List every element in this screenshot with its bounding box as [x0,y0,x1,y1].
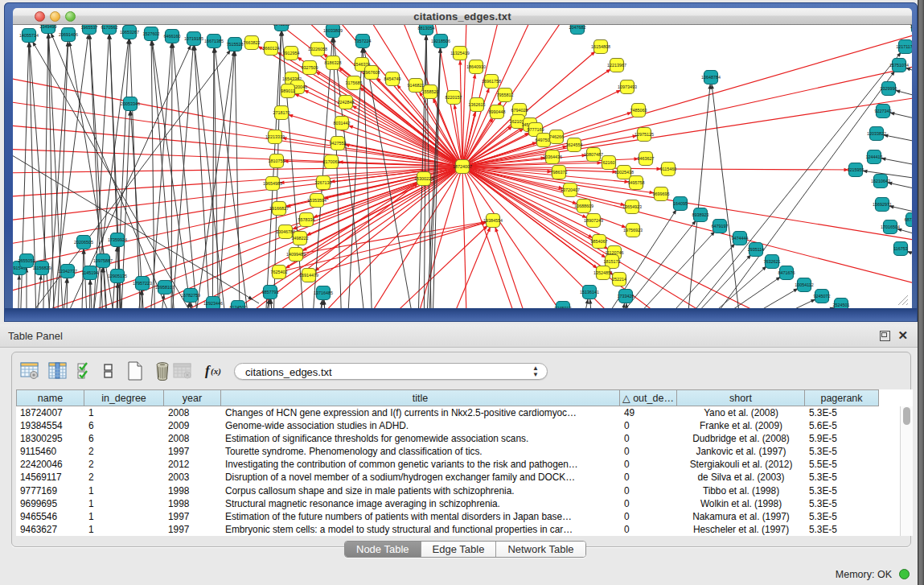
graph-node[interactable]: 6466160 [164,30,181,43]
graph-node[interactable]: 1527602 [143,27,160,41]
graph-node[interactable]: 2935114 [748,243,765,257]
graph-node[interactable]: 14099489 [286,248,306,262]
graph-node[interactable]: 7357224 [355,35,372,48]
graph-node[interactable]: 7955812 [497,89,514,102]
new-column-icon[interactable] [126,361,144,384]
graph-node[interactable]: 16033809 [323,25,343,38]
graph-node[interactable]: 8031442 [334,117,351,130]
table-row[interactable]: 2242004622012Investigating the contribut… [16,458,879,471]
graph-node[interactable]: 9854067 [591,235,608,249]
graph-node[interactable]: 8471676 [778,266,795,280]
rows-icon[interactable] [104,361,113,384]
graph-node[interactable]: 2718170 [273,106,290,120]
graph-node[interactable]: 1217711 [910,25,912,34]
graph-node[interactable]: 7986372 [551,166,568,179]
graph-node[interactable]: 3175685 [346,76,363,90]
function-builder-icon[interactable]: f(x) [204,361,225,384]
graph-node[interactable]: 9041233 [273,25,290,31]
graph-node[interactable]: 15353594 [307,194,326,208]
graph-node[interactable]: 19756923 [623,224,643,237]
graph-node[interactable]: 19218506 [431,35,450,48]
graph-node[interactable]: 12171174 [896,40,912,54]
graph-node[interactable]: 15136141 [580,286,599,299]
graph-node[interactable]: 12905135 [108,270,127,283]
column-header-short[interactable]: short [677,389,805,406]
graph-node[interactable]: 15692971 [873,198,892,212]
graph-node[interactable]: 10688609 [574,200,593,213]
graph-node[interactable]: 1810755 [269,154,285,168]
graph-node[interactable]: 13654923 [622,200,642,214]
graph-node[interactable]: 11325419 [450,47,470,60]
graph-node[interactable]: 1362615 [469,98,486,112]
tab-network-table[interactable]: Network Table [496,542,585,557]
select-all-icon[interactable] [76,361,92,384]
close-panel-icon[interactable]: ✕ [897,328,908,343]
table-row[interactable]: 977716911998Corpus callosum shape and si… [16,484,879,497]
graph-node[interactable]: 9227343 [875,105,892,118]
graph-node[interactable]: 19384554 [483,214,503,228]
graph-node[interactable]: 7632621 [764,255,781,269]
table-row[interactable]: 1938455462009Genome-wide association stu… [16,419,879,432]
graph-node[interactable]: 12923446 [203,297,223,309]
graph-node[interactable]: 13716485 [314,286,333,300]
graph-node[interactable]: 17957223 [133,277,152,290]
graph-node[interactable]: 16671385 [204,35,224,48]
graph-node[interactable]: 9245012 [555,302,572,309]
graph-node[interactable]: 7515528 [227,38,244,51]
graph-node[interactable]: 3215955 [848,163,864,177]
graph-node[interactable]: 10958107 [155,281,175,295]
graph-node[interactable]: 16154808 [591,40,610,54]
graph-node[interactable]: 12213967 [607,59,626,72]
graph-node[interactable]: 3267130 [315,176,332,190]
graph-node[interactable]: 9857791 [262,286,279,299]
graph-node[interactable]: 17359924 [108,233,127,247]
graph-node[interactable]: 13226058 [308,43,327,56]
graph-node[interactable]: 12033822 [867,127,886,141]
graph-node[interactable]: 14055714 [19,29,39,43]
graph-node[interactable]: 7485063 [630,104,647,117]
graph-node[interactable]: 3495758 [628,176,645,190]
graph-node[interactable]: 9327509 [302,61,318,75]
graph-node[interactable]: 8220157 [446,91,462,105]
graph-node[interactable]: 5578334 [298,213,315,227]
graph-node[interactable]: 3498222 [292,232,309,245]
column-header-name[interactable]: name [16,389,84,406]
graph-node[interactable]: 8660124 [263,42,280,56]
graph-node[interactable]: 2242848 [338,96,355,109]
graph-node[interactable]: 2047682 [569,25,586,35]
graph-node[interactable]: 9699695 [653,187,670,201]
graph-node[interactable]: 18907249 [584,214,603,228]
graph-node[interactable]: 7625402 [271,266,288,279]
graph-node[interactable]: 8990448 [489,105,506,119]
resize-grip[interactable] [897,295,909,306]
graph-node[interactable]: 12213319 [265,130,285,144]
graph-node[interactable]: 164095 [673,197,688,211]
graph-node[interactable]: 15300225 [414,172,433,186]
graph-node[interactable]: 10973493 [618,80,637,94]
graph-node[interactable]: 6479197 [712,220,729,233]
table-row[interactable]: 1830029562008Estimation of significance … [16,432,879,445]
table-row[interactable]: 969969511998Structural magnetic resonanc… [16,497,879,510]
graph-node[interactable]: 8938923 [692,208,709,222]
column-header-indegree[interactable]: in_degree [84,389,164,406]
graph-node[interactable]: 18640910 [466,60,486,74]
graph-node[interactable]: 10975887 [93,254,113,268]
graph-node[interactable]: 746266 [549,130,564,144]
graph-node[interactable]: 12975125 [634,128,654,142]
graph-node[interactable]: 20206505 [74,236,93,249]
graph-node[interactable]: 3912954 [283,47,300,60]
column-header-pagerank[interactable]: pagerank [805,389,879,406]
graph-node[interactable]: 15751074 [889,59,909,72]
column-header-title[interactable]: title [221,389,620,406]
graph-node[interactable]: 13720407 [561,183,580,197]
graph-node[interactable]: 2349499 [40,25,57,34]
graph-node[interactable]: 9115460 [660,163,677,176]
delete-column-icon[interactable] [154,361,171,384]
graph-node[interactable]: 10719185 [184,32,203,46]
graph-node[interactable]: 252214 [612,273,626,286]
table-vertical-scrollbar[interactable] [900,406,913,536]
graph-node[interactable]: 20691406 [59,28,78,42]
show-columns-icon[interactable] [48,361,68,384]
window-titlebar[interactable]: citations_edges.txt [13,8,912,25]
graph-node[interactable]: 10648784 [701,71,721,84]
